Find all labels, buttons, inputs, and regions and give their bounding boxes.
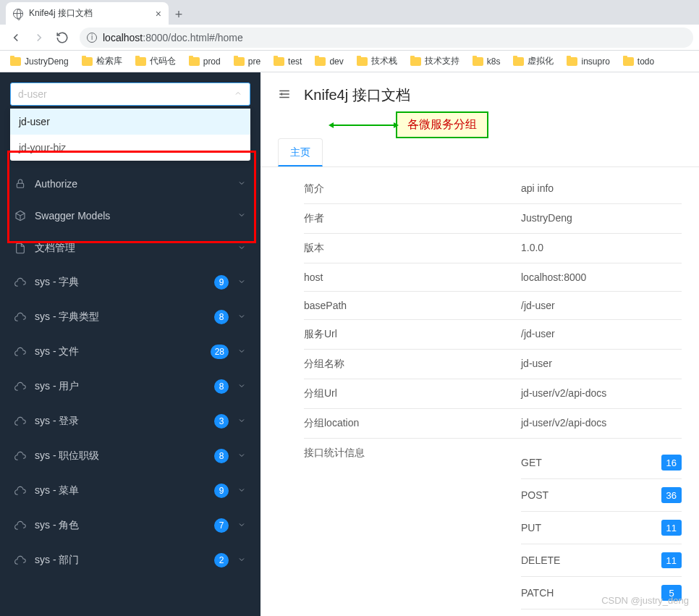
folder-icon xyxy=(274,57,284,66)
reload-button[interactable] xyxy=(52,28,72,48)
close-icon[interactable]: × xyxy=(156,8,161,20)
sidebar-item[interactable]: sys - 字典类型8 xyxy=(0,300,260,334)
bookmark-item[interactable]: dev xyxy=(310,54,347,69)
bookmark-label: k8s xyxy=(487,56,501,67)
dropdown-option[interactable]: jd-your-biz xyxy=(10,135,250,161)
bookmark-item[interactable]: k8s xyxy=(468,54,505,69)
sidebar-item[interactable]: 文档管理 xyxy=(0,232,260,265)
info-value: /jd-user xyxy=(521,328,682,339)
info-row: 服务Url/jd-user xyxy=(304,320,682,350)
info-value: api info xyxy=(521,182,682,194)
sidebar-item-label: sys - 角色 xyxy=(35,519,206,532)
info-label: 分组Url xyxy=(304,387,521,400)
bookmark-item[interactable]: 技术支持 xyxy=(406,53,464,69)
sidebar: d-user jd-userjd-your-biz AuthorizeSwagg… xyxy=(0,72,260,616)
bookmark-item[interactable]: prod xyxy=(185,54,225,69)
url-text: localhost:8000/doc.html#/home xyxy=(103,32,243,43)
sidebar-item[interactable]: sys - 菜单9 xyxy=(0,473,260,508)
stat-row: DELETE11 xyxy=(521,544,682,577)
bookmark-item[interactable]: test xyxy=(269,54,306,69)
sidebar-item[interactable]: sys - 登录3 xyxy=(0,404,260,439)
info-row: 分组名称jd-user xyxy=(304,350,682,379)
bookmark-label: todo xyxy=(637,56,654,67)
chevron-down-icon xyxy=(237,381,246,392)
chevron-down-icon xyxy=(237,346,246,358)
sidebar-item[interactable]: sys - 用户8 xyxy=(0,369,260,404)
app-container: d-user jd-userjd-your-biz AuthorizeSwagg… xyxy=(0,72,699,616)
chevron-down-icon xyxy=(237,520,246,531)
sidebar-item[interactable]: sys - 角色7 xyxy=(0,508,260,543)
tab-title: Knife4j 接口文档 xyxy=(29,7,93,20)
count-badge: 2 xyxy=(214,553,229,568)
tab-home[interactable]: 主页 xyxy=(278,138,323,166)
sidebar-item-label: sys - 登录 xyxy=(35,415,206,428)
chevron-down-icon xyxy=(237,277,246,288)
cloud-icon xyxy=(14,450,26,462)
count-badge: 7 xyxy=(214,518,229,533)
sidebar-item[interactable]: sys - 部门2 xyxy=(0,543,260,578)
info-value: 1.0.0 xyxy=(521,242,682,253)
info-icon[interactable]: i xyxy=(87,33,97,43)
count-badge: 9 xyxy=(214,484,229,498)
sidebar-item-label: sys - 职位职级 xyxy=(35,450,206,463)
dropdown-option[interactable]: jd-user xyxy=(10,109,250,135)
info-label: 分组location xyxy=(304,417,521,430)
folder-icon xyxy=(315,57,326,66)
info-row: 简介api info xyxy=(304,174,682,204)
svg-rect-0 xyxy=(17,183,23,187)
cloud-icon xyxy=(14,554,26,566)
cloud-icon xyxy=(14,346,26,358)
folder-icon xyxy=(234,57,245,66)
stat-row: OPTIONS xyxy=(521,609,682,616)
bookmark-label: JustryDeng xyxy=(25,56,69,67)
bookmark-item[interactable]: todo xyxy=(619,54,658,69)
folder-icon xyxy=(357,57,368,66)
stat-badge: 16 xyxy=(661,455,682,471)
group-select-wrap: d-user jd-userjd-your-biz xyxy=(0,72,260,110)
forward-button[interactable] xyxy=(29,28,49,48)
box-icon xyxy=(14,210,26,221)
sidebar-item[interactable]: Authorize xyxy=(0,168,260,200)
bookmark-label: 技术栈 xyxy=(371,55,397,67)
folder-icon xyxy=(189,57,200,66)
bookmark-item[interactable]: 代码仓 xyxy=(131,53,180,69)
sidebar-item-label: sys - 文件 xyxy=(35,345,202,358)
info-row: hostlocalhost:8000 xyxy=(304,263,682,292)
info-table: 简介api info作者JustryDeng版本1.0.0hostlocalho… xyxy=(260,167,699,616)
bookmark-item[interactable]: 检索库 xyxy=(77,53,127,69)
sidebar-item[interactable]: sys - 职位职级8 xyxy=(0,439,260,473)
bookmark-item[interactable]: pre xyxy=(229,54,265,69)
cloud-icon xyxy=(14,415,26,427)
collapse-sidebar-button[interactable] xyxy=(278,88,291,104)
info-row: 分组locationjd-user/v2/api-docs xyxy=(304,409,682,439)
bookmark-item[interactable]: insupro xyxy=(562,54,614,69)
back-button[interactable] xyxy=(6,28,26,48)
bookmark-item[interactable]: 技术栈 xyxy=(352,53,402,69)
info-label: 简介 xyxy=(304,182,521,195)
info-value: jd-user xyxy=(521,358,682,369)
browser-tab[interactable]: Knife4j 接口文档 × xyxy=(6,2,169,25)
new-tab-button[interactable]: + xyxy=(169,4,189,25)
stat-method: DELETE xyxy=(521,554,560,566)
sidebar-item-label: sys - 菜单 xyxy=(35,484,206,497)
sidebar-item[interactable]: sys - 字典9 xyxy=(0,265,260,300)
sidebar-item[interactable]: sys - 文件28 xyxy=(0,334,260,369)
chevron-down-icon xyxy=(237,554,246,566)
info-label: basePath xyxy=(304,300,521,311)
bookmark-item[interactable]: JustryDeng xyxy=(6,54,73,69)
url-bar[interactable]: i localhost:8000/doc.html#/home xyxy=(80,28,693,48)
group-dropdown[interactable]: jd-userjd-your-biz xyxy=(10,109,250,161)
bookmark-label: test xyxy=(288,56,302,67)
globe-icon xyxy=(13,9,23,19)
chevron-down-icon xyxy=(237,242,246,254)
count-badge: 8 xyxy=(214,310,229,324)
stat-row: POST36 xyxy=(521,479,682,512)
info-row: 分组Urljd-user/v2/api-docs xyxy=(304,379,682,409)
info-label: 分组名称 xyxy=(304,358,521,371)
sidebar-item[interactable]: Swagger Models xyxy=(0,200,260,232)
bookmark-label: prod xyxy=(203,56,221,67)
group-select[interactable]: d-user xyxy=(10,83,250,106)
sidebar-item-label: sys - 字典 xyxy=(35,276,206,289)
stat-row: PUT11 xyxy=(521,512,682,544)
bookmark-item[interactable]: 虚拟化 xyxy=(509,53,558,69)
